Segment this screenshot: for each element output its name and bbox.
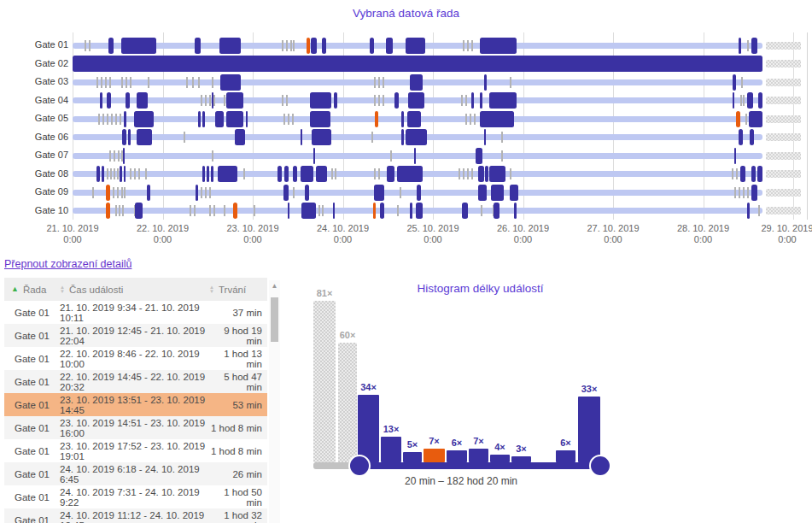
event-bar[interactable] [514,203,517,219]
event-bar[interactable] [301,129,302,145]
event-bar[interactable] [410,74,423,91]
event-bar[interactable] [120,166,122,182]
event-bar[interactable] [246,111,248,127]
event-bar[interactable] [510,185,518,201]
event-bar[interactable] [401,111,404,127]
event-bar[interactable] [733,92,734,109]
event-bar[interactable] [489,166,505,182]
event-bar[interactable] [219,38,241,54]
event-bar[interactable] [478,185,487,201]
event-bar[interactable] [198,111,201,127]
event-bar[interactable] [733,74,736,91]
event-bar[interactable] [394,92,399,109]
event-bar[interactable] [751,166,756,182]
scrollbar-up-icon[interactable]: ▲ [269,282,280,290]
slider-handle-left[interactable] [348,455,371,477]
event-bar[interactable] [489,92,517,109]
event-bar[interactable] [333,203,335,219]
event-bar[interactable] [374,185,384,201]
selected-event-bar[interactable] [106,185,110,201]
event-bar[interactable] [108,38,114,54]
event-bar[interactable] [220,74,241,91]
event-bar[interactable] [370,38,374,54]
event-bar[interactable] [301,203,316,219]
sort-both-icon[interactable]: ▲▼ [209,285,214,294]
selected-event-bar[interactable] [373,203,376,219]
event-bar[interactable] [478,166,484,182]
table-row[interactable]: Gate 0123. 10. 2019 17:52 - 23. 10. 2019… [4,439,267,462]
event-bar[interactable] [757,166,762,182]
selected-event-bar[interactable] [233,203,237,219]
event-bar[interactable] [406,129,427,145]
event-bar[interactable] [102,166,104,182]
event-bar[interactable] [406,38,425,54]
event-bar[interactable] [123,148,125,164]
toggle-details-link[interactable]: Přepnout zobrazení detailů [4,258,131,270]
event-bar[interactable] [749,111,762,127]
event-bar[interactable] [195,38,201,54]
event-bar[interactable] [107,92,111,109]
histogram-bar[interactable] [490,455,510,462]
histogram-bar[interactable] [578,397,600,462]
event-bar[interactable] [414,148,416,164]
event-bar[interactable] [128,129,131,145]
event-bar[interactable] [135,203,143,219]
event-bar[interactable] [122,129,126,145]
event-bar[interactable] [408,92,424,109]
histogram-bar[interactable] [556,450,575,462]
event-bar[interactable] [226,111,243,127]
event-bar[interactable] [471,92,474,109]
table-row[interactable]: Gate 0123. 10. 2019 14:51 - 23. 10. 2019… [4,416,267,439]
event-bar[interactable] [147,185,150,201]
event-bar[interactable] [211,166,213,182]
histogram-bar[interactable] [469,449,488,462]
table-scrollbar[interactable]: ▲ [269,280,280,523]
event-bar[interactable] [202,166,205,182]
event-bar[interactable] [218,166,237,182]
event-bar[interactable] [301,166,313,182]
histogram-bar[interactable] [447,450,467,462]
column-header-cas-udalosti[interactable]: ▲▼Čas události [60,285,209,295]
event-bar[interactable] [137,92,148,109]
event-bar[interactable] [207,166,209,182]
event-bar[interactable] [747,203,750,219]
table-row[interactable]: Gate 0122. 10. 2019 14:45 - 22. 10. 2019… [4,370,267,393]
event-bar[interactable] [462,203,468,219]
table-row[interactable]: Gate 0124. 10. 2019 7:31 - 24. 10. 2019 … [4,485,267,508]
event-bar[interactable] [740,166,745,182]
event-bar[interactable] [310,92,331,109]
event-bar[interactable] [284,166,289,182]
slider-track-selected[interactable] [359,462,600,469]
table-row[interactable]: Gate 0121. 10. 2019 9:34 - 21. 10. 2019 … [4,301,267,324]
column-header-rada[interactable]: ▲Řada [4,285,60,295]
event-bar[interactable] [126,92,130,109]
selected-event-bar[interactable] [736,111,740,127]
event-bar[interactable] [387,166,394,182]
slider-handle-right[interactable] [589,455,611,477]
event-bar[interactable] [480,111,514,127]
scrollbar-thumb[interactable] [271,297,278,342]
event-bar[interactable] [401,129,404,145]
table-row[interactable]: Gate 0121. 10. 2019 12:45 - 21. 10. 2019… [4,324,267,347]
table-row-selected[interactable]: Gate 0123. 10. 2019 13:51 - 23. 10. 2019… [4,393,267,416]
event-bar[interactable] [407,111,421,127]
event-bar[interactable] [100,92,102,109]
event-bar[interactable] [484,129,486,145]
selected-event-bar[interactable] [375,111,378,127]
event-bar[interactable] [397,166,423,182]
event-bar[interactable] [196,185,198,201]
event-bar[interactable] [288,203,289,219]
event-bar[interactable] [416,203,423,219]
selected-event-bar[interactable] [106,203,110,219]
event-bar[interactable] [124,111,126,127]
event-bar[interactable] [310,111,330,127]
event-bar[interactable] [322,38,326,54]
event-bar[interactable] [380,203,384,219]
sort-both-icon[interactable]: ▲▼ [60,285,65,294]
table-row[interactable]: Gate 0122. 10. 2019 8:46 - 22. 10. 2019 … [4,347,267,370]
event-bar[interactable] [758,92,762,109]
event-bar[interactable] [293,166,297,182]
sort-ascending-icon[interactable]: ▲ [11,285,19,293]
event-bar[interactable] [485,166,488,182]
event-bar[interactable] [739,38,741,54]
